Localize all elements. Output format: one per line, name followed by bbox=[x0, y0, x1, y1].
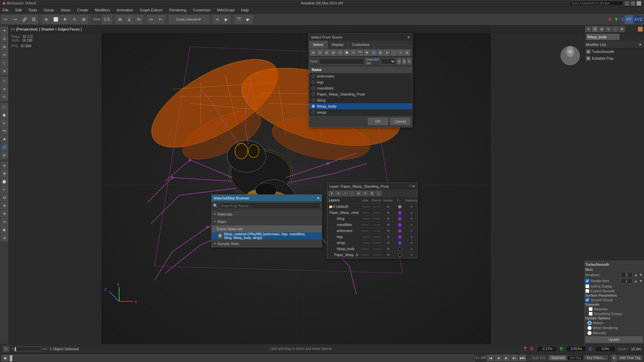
ly-render-wb[interactable]: ☀ bbox=[383, 246, 394, 252]
play-next-btn[interactable]: ▶▶| bbox=[519, 355, 526, 361]
rp-create-icon[interactable]: ✦ bbox=[585, 26, 591, 32]
ly-freeze-mand[interactable]: ~~~~ bbox=[371, 222, 382, 228]
mat-section-maps[interactable]: + Maps bbox=[212, 218, 322, 225]
sl-item-sting[interactable]: Sting bbox=[309, 97, 412, 103]
ly-c-pwh[interactable] bbox=[394, 252, 406, 258]
ts-smooth-check[interactable] bbox=[585, 298, 589, 302]
anim-key-mode[interactable]: ⊲ bbox=[213, 15, 221, 24]
tool-helpers[interactable]: ✚ bbox=[1, 135, 8, 143]
ly-freeze-sting[interactable]: ~~~~ bbox=[371, 216, 382, 222]
rp-modify-icon[interactable]: ⊘ bbox=[592, 26, 598, 32]
sd-hier-btn[interactable]: ⊞ bbox=[330, 50, 336, 56]
sd-expand-btn[interactable]: ⊞ bbox=[404, 50, 410, 56]
object-color-box[interactable] bbox=[638, 27, 643, 32]
sd-all-btn[interactable]: ⊕ bbox=[310, 50, 316, 56]
time-config-btn[interactable]: ⚙ bbox=[611, 355, 617, 361]
ly-render-default[interactable]: ☀ bbox=[383, 204, 394, 209]
ly-rad-wb[interactable]: ☀ bbox=[406, 246, 417, 252]
ly-rad-sting[interactable]: ☀ bbox=[406, 216, 417, 222]
ly-freeze-pwh[interactable]: ~~~~ bbox=[371, 252, 382, 258]
ts-iterations-input[interactable] bbox=[621, 272, 633, 278]
prev-frame-btn[interactable]: ◀ bbox=[495, 355, 502, 361]
ts-iter-up[interactable]: ▲ bbox=[634, 273, 638, 277]
snap-btn[interactable]: ⊞ bbox=[116, 15, 124, 24]
tool-extra3[interactable]: ⬤ bbox=[1, 178, 8, 185]
ly-remove-btn[interactable]: - bbox=[349, 191, 355, 196]
ly-hide-pwn[interactable]: ~~~~ bbox=[360, 210, 371, 216]
ly-c-default[interactable] bbox=[394, 204, 406, 209]
find-input[interactable] bbox=[319, 58, 364, 64]
utility-tool[interactable]: ⊗ bbox=[1, 67, 8, 74]
sd-filter-btn[interactable]: ▼ bbox=[384, 50, 390, 56]
tool-extra4[interactable]: ≡ bbox=[1, 186, 8, 193]
ly-render-wings[interactable]: ☀ bbox=[383, 240, 394, 246]
sd-invert-btn[interactable]: ⊗ bbox=[324, 50, 330, 56]
undo-btn[interactable]: ↩ bbox=[1, 15, 10, 24]
select-region-btn[interactable]: ⬜ bbox=[51, 15, 60, 24]
ly-freeze-legs[interactable]: ~~~~ bbox=[371, 234, 382, 240]
tool-cameras[interactable]: 📷 bbox=[1, 127, 8, 135]
x-coord[interactable]: -2.17m bbox=[537, 346, 557, 352]
window-max[interactable]: □ bbox=[631, 1, 635, 6]
unlink-btn[interactable]: ⛓ bbox=[30, 15, 38, 24]
tool-lights[interactable]: ☀ bbox=[1, 119, 8, 127]
sel-set-dropdown[interactable] bbox=[381, 58, 396, 64]
ly-hide-wb[interactable]: ~~~~ bbox=[360, 246, 371, 252]
z-coord[interactable]: 0.0m bbox=[595, 346, 615, 352]
tool-paint[interactable]: ✎ bbox=[1, 93, 8, 101]
ly-freeze-ant[interactable]: ~~~~ bbox=[371, 228, 382, 234]
zoom-btn[interactable]: 2.5 bbox=[102, 15, 112, 24]
ly-hide-sting[interactable]: ~~~~ bbox=[360, 216, 371, 222]
ly-c-sting[interactable] bbox=[394, 216, 406, 222]
sd-light-btn[interactable]: ☀ bbox=[351, 50, 357, 56]
sd-bone-btn[interactable]: ⊠ bbox=[377, 50, 383, 56]
sd-shape-btn[interactable]: ⬟ bbox=[344, 50, 350, 56]
mat-section-materials[interactable]: + Materials bbox=[212, 210, 322, 218]
ly-rad-default[interactable]: ☀ bbox=[406, 204, 417, 209]
tool-freeform[interactable]: ≋ bbox=[1, 85, 8, 93]
key-mode-btn[interactable]: ◼ bbox=[1, 355, 9, 361]
ts-update-btn[interactable]: Update bbox=[585, 337, 643, 343]
ts-smoothgroups-check[interactable] bbox=[589, 312, 593, 316]
play-prev-btn[interactable]: |◀ bbox=[487, 355, 494, 361]
ly-render-mand[interactable]: ☀ bbox=[383, 222, 394, 228]
ly-row-sting[interactable]: Sting ~~~~ ~~~~ ☀ ☀ bbox=[327, 216, 417, 222]
ly-hide-default[interactable]: ~~~~ bbox=[360, 204, 371, 209]
sl-item-legs[interactable]: legs bbox=[309, 79, 412, 85]
ly-freeze-pwn[interactable]: ~~~~ bbox=[371, 210, 382, 216]
tool-extra1[interactable]: ⊛ bbox=[1, 162, 8, 169]
sd-icon2[interactable]: ⊕ bbox=[402, 58, 406, 64]
link-btn[interactable]: 🔗 bbox=[20, 15, 29, 24]
viewport-plus[interactable]: [+] bbox=[11, 27, 15, 31]
sl-item-mandibles[interactable]: mandibles bbox=[309, 85, 412, 91]
ly-row-paperwasph[interactable]: Paper_Wasp...h ~~~~ ~~~~ ☀ ☀ bbox=[327, 252, 417, 258]
mat-section-sample[interactable]: + Sample Slots bbox=[212, 240, 322, 247]
sd-list-btn[interactable]: ≡ bbox=[397, 50, 404, 56]
ly-rad-mand[interactable]: ☀ bbox=[406, 222, 417, 228]
play-btn[interactable]: ▶ bbox=[503, 355, 510, 361]
ts-when-render-radio[interactable] bbox=[587, 326, 592, 330]
rp-utility-icon[interactable]: ⊗ bbox=[619, 26, 625, 32]
window-min[interactable]: _ bbox=[625, 1, 629, 6]
ly-c-mand[interactable] bbox=[394, 222, 406, 228]
tool-select[interactable]: ↖ bbox=[1, 77, 8, 84]
ly-sort-btn[interactable]: ↕ bbox=[376, 191, 382, 196]
menu-graph-editors[interactable]: Graph Editors bbox=[139, 8, 164, 12]
menu-help[interactable]: Help bbox=[240, 8, 250, 12]
ly-freeze-wings[interactable]: ~~~~ bbox=[371, 240, 382, 246]
viewport[interactable]: [+] [Perspective] [ Shaded + Edged Faces… bbox=[9, 25, 584, 344]
ly-add-btn[interactable]: + bbox=[342, 191, 348, 196]
sd-sort-btn[interactable]: ↕ bbox=[391, 50, 397, 56]
create-sel-btn[interactable]: Create Selection▼ bbox=[169, 15, 209, 24]
angle-snap-btn[interactable]: ∡ bbox=[125, 15, 134, 24]
ly-c-legs[interactable] bbox=[394, 234, 406, 240]
ts-render-iters-check[interactable] bbox=[585, 279, 589, 283]
tool-systems[interactable]: ⚙ bbox=[1, 152, 8, 159]
modifier-list-dropdown[interactable]: ▼ bbox=[638, 43, 642, 47]
ly-props-btn[interactable]: ⚙ bbox=[369, 191, 375, 196]
ly-render-legs[interactable]: ☀ bbox=[383, 234, 394, 240]
layer-panel-help[interactable]: ? bbox=[410, 184, 412, 189]
select-dialog-close[interactable]: ✕ bbox=[407, 35, 410, 40]
timeline-bar[interactable] bbox=[9, 355, 475, 361]
tool-extra6[interactable]: ⊕ bbox=[1, 202, 8, 209]
